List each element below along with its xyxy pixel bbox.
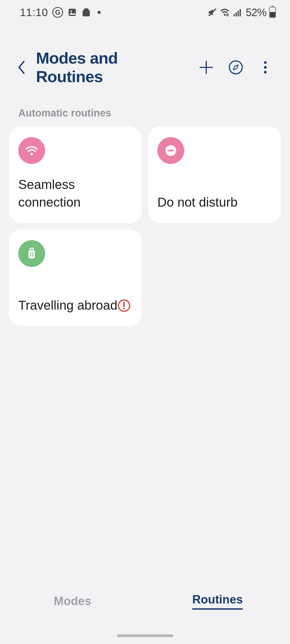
notification-dot-icon bbox=[97, 11, 101, 14]
svg-rect-17 bbox=[28, 250, 35, 258]
routine-title: Do not disturb bbox=[157, 193, 272, 211]
routines-grid: Seamless connection Do not disturb Trave… bbox=[0, 126, 290, 326]
add-routine-button[interactable] bbox=[198, 59, 215, 76]
svg-rect-0 bbox=[69, 9, 76, 16]
nav-handle[interactable] bbox=[117, 634, 173, 637]
more-vert-icon bbox=[263, 60, 267, 75]
svg-point-10 bbox=[229, 61, 242, 74]
signal-icon bbox=[232, 8, 243, 17]
routine-card-travelling-abroad[interactable]: Travelling abroad bbox=[9, 229, 142, 326]
svg-rect-18 bbox=[30, 248, 33, 251]
svg-rect-7 bbox=[240, 9, 241, 16]
plus-icon bbox=[199, 60, 213, 75]
section-header-automatic: Automatic routines bbox=[0, 99, 290, 126]
shop-icon bbox=[81, 8, 91, 17]
tab-label: Modes bbox=[54, 594, 91, 608]
alert-icon bbox=[118, 299, 130, 312]
status-left: 11:10 G bbox=[20, 6, 101, 19]
battery-icon bbox=[269, 7, 276, 18]
luggage-icon bbox=[18, 240, 45, 267]
app-header: Modes and Routines bbox=[0, 25, 290, 99]
compass-icon bbox=[229, 60, 243, 75]
svg-point-1 bbox=[70, 10, 72, 12]
wifi-icon bbox=[220, 8, 230, 17]
tab-label: Routines bbox=[192, 593, 243, 610]
routine-card-seamless-connection[interactable]: Seamless connection bbox=[9, 126, 142, 223]
tab-modes[interactable]: Modes bbox=[0, 585, 145, 617]
svg-point-13 bbox=[264, 71, 267, 74]
svg-point-11 bbox=[264, 61, 267, 64]
header-actions bbox=[198, 59, 274, 76]
back-button[interactable] bbox=[16, 59, 27, 75]
svg-rect-16 bbox=[168, 150, 174, 151]
dnd-icon bbox=[157, 137, 184, 164]
more-options-button[interactable] bbox=[257, 59, 274, 76]
routine-title: Travelling abroad bbox=[18, 297, 133, 314]
google-icon: G bbox=[52, 7, 63, 18]
svg-point-14 bbox=[31, 153, 33, 155]
svg-point-23 bbox=[123, 308, 125, 309]
svg-point-12 bbox=[264, 66, 267, 69]
page-title: Modes and Routines bbox=[36, 49, 186, 86]
svg-rect-4 bbox=[234, 14, 235, 16]
status-time: 11:10 bbox=[20, 6, 48, 19]
status-right: 52% bbox=[208, 6, 276, 19]
svg-rect-5 bbox=[235, 12, 237, 16]
mute-icon bbox=[208, 8, 217, 17]
chevron-left-icon bbox=[17, 60, 26, 74]
battery-percent: 52% bbox=[246, 6, 266, 19]
status-bar: 11:10 G 52% bbox=[0, 0, 290, 25]
wifi-icon bbox=[18, 137, 45, 164]
routine-card-do-not-disturb[interactable]: Do not disturb bbox=[148, 126, 281, 223]
routine-title: Seamless connection bbox=[18, 176, 133, 211]
discover-button[interactable] bbox=[227, 59, 244, 76]
bottom-tabs: Modes Routines bbox=[0, 585, 290, 617]
gallery-icon bbox=[67, 8, 77, 17]
tab-routines[interactable]: Routines bbox=[145, 585, 290, 617]
svg-point-3 bbox=[224, 14, 226, 16]
svg-rect-6 bbox=[238, 11, 239, 16]
